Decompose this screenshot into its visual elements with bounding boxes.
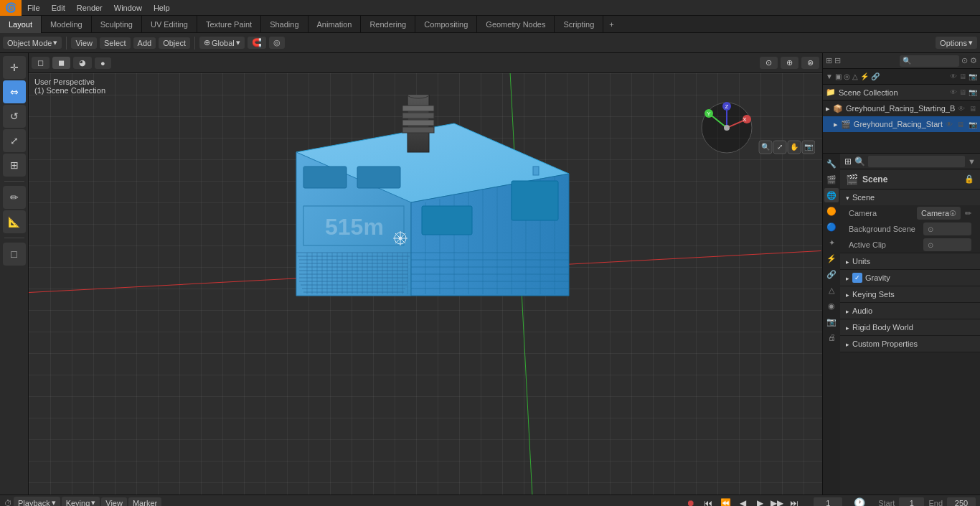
scale-tool[interactable]: ⤢ — [3, 129, 26, 152]
menu-window[interactable]: Window — [108, 0, 148, 16]
filter-label: ▣ — [835, 72, 842, 80]
cursor-tool[interactable]: ✛ — [3, 56, 26, 79]
add-cube-tool[interactable]: □ — [3, 243, 26, 266]
menu-render[interactable]: Render — [71, 0, 108, 16]
menu-file[interactable]: File — [22, 0, 46, 16]
prop-tool-tab[interactable]: 🔧 — [824, 156, 839, 171]
prop-icon-tabs: 🔧 🎬 🌐 🟠 🔵 ✦ ⚡ 🔗 △ ◉ 📷 🖨 — [823, 154, 840, 495]
prop-render-tab[interactable]: 📷 — [824, 314, 839, 329]
viewport-gizmo-toggle[interactable]: ⊙ — [760, 57, 778, 69]
view-menu[interactable]: View — [71, 37, 97, 49]
record-button[interactable]: ⏺ — [684, 497, 697, 507]
rigid-body-header[interactable]: Rigid Body World — [840, 319, 980, 335]
tab-uv-editing[interactable]: UV Editing — [142, 16, 197, 33]
proportional-edit[interactable]: ◎ — [269, 37, 285, 49]
prop-search-input[interactable] — [868, 156, 965, 167]
play-button[interactable]: ▶ — [753, 497, 766, 507]
timeline-view-tab[interactable]: View — [101, 497, 127, 507]
jump-end-button[interactable]: ⏭ — [788, 497, 801, 507]
menu-edit[interactable]: Edit — [46, 0, 71, 16]
step-back-button[interactable]: ◀ — [736, 497, 749, 507]
viewport-shading-material[interactable]: ◕ — [73, 57, 92, 69]
transform-tool[interactable]: ⊞ — [3, 154, 26, 177]
tab-sculpting[interactable]: Sculpting — [92, 16, 142, 33]
tab-compositing[interactable]: Compositing — [415, 16, 477, 33]
viewport-shading-wireframe[interactable]: ◻ — [32, 57, 50, 69]
move-tool[interactable]: ⇔ — [3, 80, 26, 103]
add-menu[interactable]: Add — [133, 37, 156, 49]
tab-texture-paint[interactable]: Texture Paint — [197, 16, 261, 33]
gravity-checkbox[interactable]: ✓ — [852, 273, 862, 283]
viewport-shading-rendered[interactable]: ● — [95, 57, 111, 69]
prop-particles-tab[interactable]: ✦ — [824, 235, 839, 250]
gravity-section-header[interactable]: ✓ Gravity — [840, 270, 980, 286]
timeline-marker-tab[interactable]: Marker — [128, 497, 161, 507]
transform-orientation[interactable]: ⊕ Global ▾ — [199, 37, 245, 49]
camera-label: Camera — [849, 209, 914, 217]
audio-section-header[interactable]: Audio — [840, 303, 980, 319]
measure-tool[interactable]: 📐 — [3, 210, 26, 233]
menu-help[interactable]: Help — [148, 0, 176, 16]
prop-constraints-tab[interactable]: 🔗 — [824, 267, 839, 281]
tab-shading[interactable]: Shading — [261, 16, 308, 33]
view-gizmo[interactable]: X Y Z 🔍 ⤢ — [698, 99, 815, 158]
tab-scripting[interactable]: Scripting — [555, 16, 603, 33]
keying-sets-header[interactable]: Keying Sets — [840, 286, 980, 302]
prop-world-tab[interactable]: 🌐 — [824, 188, 839, 202]
tab-rendering[interactable]: Rendering — [361, 16, 415, 33]
tab-geometry-nodes[interactable]: Geometry Nodes — [477, 16, 555, 33]
prop-object-tab[interactable]: 🟠 — [824, 204, 839, 218]
viewport-shading-solid[interactable]: ◼ — [52, 57, 70, 69]
camera-dot-icon: ⦿ — [949, 210, 956, 217]
start-frame-input[interactable]: 1 — [899, 497, 924, 507]
tab-layout[interactable]: Layout — [0, 16, 42, 33]
prop-filter-icon: ▼ — [968, 157, 976, 166]
tab-modeling[interactable]: Modeling — [42, 16, 92, 33]
scene-collection-label: Scene Collection — [839, 88, 898, 97]
prop-search-icon: 🔍 — [854, 156, 865, 167]
custom-props-header[interactable]: Custom Properties — [840, 336, 980, 352]
tab-animation[interactable]: Animation — [308, 16, 362, 33]
object-menu[interactable]: Object — [159, 37, 190, 49]
outliner-item-greyhound-collection[interactable]: ▸ 📦 Greyhound_Racing_Starting_B 👁 🖥 📷 — [823, 100, 980, 116]
options-button[interactable]: Options ▾ — [936, 37, 977, 49]
scene-section-header[interactable]: Scene — [840, 189, 980, 205]
end-frame-input[interactable]: 250 — [947, 497, 976, 507]
units-section-header[interactable]: Units — [840, 253, 980, 269]
jump-start-button[interactable]: ⏮ — [702, 497, 715, 507]
svg-rect-56 — [422, 206, 472, 235]
rotate-tool[interactable]: ↺ — [3, 105, 26, 128]
object-mode-dropdown[interactable]: Object Mode ▾ — [3, 37, 62, 49]
snap-toggle[interactable]: 🧲 — [248, 37, 266, 49]
camera-value[interactable]: Camera ⦿ — [917, 207, 961, 220]
svg-text:🔍: 🔍 — [761, 142, 771, 151]
annotate-tool[interactable]: ✏ — [3, 186, 26, 209]
add-workspace-tab-button[interactable]: + — [603, 20, 619, 29]
obj-monitor: 🖥 — [957, 121, 964, 128]
prop-material-tab[interactable]: ◉ — [824, 299, 839, 313]
camera-pencil-icon[interactable]: ✏ — [965, 209, 971, 218]
prop-physics-tab[interactable]: ⚡ — [824, 251, 839, 266]
step-forward-button[interactable]: ▶▶ — [771, 497, 783, 507]
outliner-search[interactable]: 🔍 — [900, 55, 960, 67]
active-clip-value[interactable]: ⊙ — [923, 238, 971, 251]
viewport-overlays-toggle[interactable]: ⊕ — [781, 57, 798, 69]
background-scene-value[interactable]: ⊙ — [923, 222, 971, 235]
outliner-item-greyhound-object[interactable]: ▸ 🎬 Greyhound_Racing_Start 👁 🖥 📷 — [823, 116, 980, 132]
prop-modifier-tab[interactable]: 🔵 — [824, 220, 839, 234]
outliner-restrict-icons: 👁 🖥 📷 — [950, 72, 977, 80]
canvas-area[interactable]: User Perspective (1) Scene Collection — [29, 73, 822, 495]
current-frame-input[interactable]: 1 — [814, 497, 842, 507]
search-icon: 🔍 — [903, 57, 911, 65]
prop-data-tab[interactable]: △ — [824, 283, 839, 297]
transform-chevron: ▾ — [236, 38, 240, 47]
3d-viewport[interactable]: ◻ ◼ ◕ ● ⊙ ⊕ ⊗ User Perspective (1) Scene… — [29, 53, 822, 495]
timeline-keying-tab[interactable]: Keying ▾ — [62, 497, 100, 506]
prop-scene-tab[interactable]: 🎬 — [824, 172, 839, 187]
svg-rect-57 — [512, 181, 558, 220]
prop-output-tab[interactable]: 🖨 — [824, 330, 839, 345]
viewport-xray-toggle[interactable]: ⊗ — [801, 57, 819, 69]
jump-back-button[interactable]: ⏪ — [719, 497, 732, 507]
timeline-playback-tab[interactable]: Playback ▾ — [14, 497, 60, 506]
select-menu[interactable]: Select — [100, 37, 131, 49]
